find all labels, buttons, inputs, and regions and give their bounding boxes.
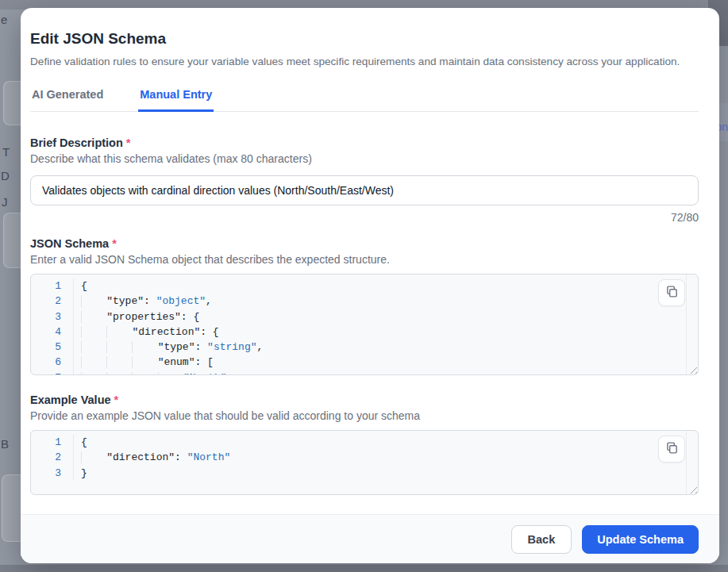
line-number: 3: [31, 466, 74, 481]
required-asterisk: *: [126, 136, 131, 149]
example-value-helper: Provide an example JSON value that shoul…: [30, 409, 699, 422]
copy-icon: [665, 441, 679, 458]
line-number: 1: [31, 278, 74, 294]
code-line: 3 "properties": {: [31, 309, 698, 324]
code-line: 6 "enum": [: [31, 355, 698, 370]
tabs-divider: [30, 111, 699, 112]
copy-button[interactable]: [658, 436, 685, 463]
editor-scrollbar-track[interactable]: [686, 431, 687, 494]
line-number: 1: [31, 435, 74, 450]
line-number: 4: [31, 324, 74, 340]
dialog-subtitle: Define validation rules to ensure your v…: [30, 56, 699, 67]
code-line: 1{: [31, 278, 698, 294]
line-number: 7: [31, 370, 74, 375]
brief-description-section: Brief Description* Describe what this sc…: [30, 136, 699, 224]
copy-icon: [665, 285, 679, 301]
example-value-editor[interactable]: 1{2 "direction": "North"3}: [30, 430, 699, 495]
brief-description-label: Brief Description*: [30, 136, 699, 149]
brief-description-helper: Describe what this schema validates (max…: [30, 152, 699, 165]
copy-button[interactable]: [658, 279, 685, 306]
back-button[interactable]: Back: [511, 525, 572, 554]
background-text-fragment: B: [1, 437, 9, 451]
code-lines: 1{2 "type": "object",3 "properties": {4 …: [31, 274, 698, 375]
json-schema-label: JSON Schema*: [30, 237, 699, 250]
json-schema-helper: Enter a valid JSON Schema object that de…: [30, 253, 699, 266]
background-text-fragment: e: [1, 13, 7, 26]
dialog-title: Edit JSON Schema: [30, 30, 699, 48]
character-count: 72/80: [30, 211, 699, 224]
code-line: 5 "type": "string",: [31, 340, 698, 355]
line-number: 2: [31, 450, 74, 465]
background-text-fragment: D: [1, 169, 10, 182]
editor-scrollbar-track[interactable]: [686, 274, 687, 374]
background-text-fragment: T: [2, 145, 10, 159]
code-line: 1{: [31, 435, 698, 450]
code-line: 2 "type": "object",: [31, 294, 698, 309]
code-line: 7 "North",: [31, 370, 698, 375]
line-number: 6: [31, 355, 74, 370]
editor-resize-handle[interactable]: [688, 484, 697, 493]
code-line: 4 "direction": {: [31, 324, 698, 340]
dialog-footer: Back Update Schema: [21, 514, 719, 563]
line-number: 5: [31, 340, 74, 355]
edit-json-schema-dialog: Edit JSON Schema Define validation rules…: [21, 8, 719, 563]
required-asterisk: *: [112, 237, 117, 250]
code-line: 2 "direction": "North": [31, 450, 698, 465]
required-asterisk: *: [114, 393, 119, 406]
background-bottom-band: [0, 565, 728, 572]
line-number: 3: [31, 309, 74, 324]
brief-description-input[interactable]: [30, 175, 699, 205]
schema-mode-tabs: AI Generated Manual Entry: [30, 88, 699, 112]
json-schema-editor[interactable]: 1{2 "type": "object",3 "properties": {4 …: [30, 274, 699, 375]
example-value-label: Example Value*: [30, 393, 699, 406]
tab-ai-generated[interactable]: AI Generated: [30, 88, 105, 112]
code-line: 3}: [31, 466, 698, 481]
line-number: 2: [31, 294, 74, 309]
code-lines: 1{2 "direction": "North"3}: [31, 431, 698, 481]
json-schema-section: JSON Schema* Enter a valid JSON Schema o…: [30, 237, 699, 375]
background-text-fragment: J: [2, 195, 8, 209]
update-schema-button[interactable]: Update Schema: [582, 525, 699, 554]
tab-manual-entry[interactable]: Manual Entry: [138, 88, 214, 112]
example-value-section: Example Value* Provide an example JSON v…: [30, 393, 699, 495]
